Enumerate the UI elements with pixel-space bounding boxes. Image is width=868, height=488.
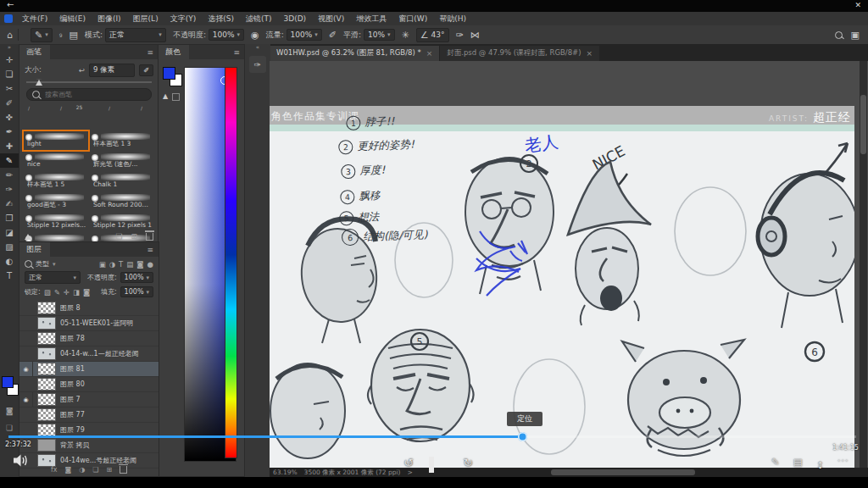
foreground-color-swatch[interactable] — [163, 67, 175, 80]
layer-blend-mode-select[interactable]: 正常 ▾ — [25, 271, 81, 284]
layer-thumbnail[interactable] — [37, 378, 56, 391]
screen-mode-icon[interactable]: ❏ — [0, 424, 19, 432]
eyedropper-tool[interactable]: ✒ — [0, 125, 19, 139]
menu-plugins[interactable]: 增效工具 — [350, 14, 392, 25]
layer-row-selected[interactable]: ◉图层 81 — [19, 362, 159, 377]
menu-filter[interactable]: 滤镜(T) — [240, 14, 278, 25]
lock-all-icon[interactable]: ◙ — [83, 288, 90, 297]
menu-select[interactable]: 选择(S) — [202, 14, 240, 25]
back-icon[interactable]: ← — [7, 0, 14, 9]
brush-angle-field[interactable]: ∠ 43° — [416, 28, 449, 42]
layer-row[interactable]: ◉04-14-w...1—超正经老闻 — [19, 347, 159, 362]
adjustment-layer-icon[interactable]: ◑ — [79, 466, 85, 474]
toggle-brush-panel-icon[interactable]: ▤ — [70, 30, 78, 41]
filter-type-icon[interactable]: T — [119, 260, 123, 269]
brush-item[interactable]: light — [23, 130, 89, 151]
pause-button[interactable] — [429, 457, 434, 473]
brush-settings-panel-icon[interactable]: ✑ — [249, 56, 266, 73]
hue-slider[interactable] — [225, 67, 237, 458]
collapse-icon[interactable]: « — [245, 44, 270, 53]
menu-file[interactable]: 文件(F) — [16, 14, 53, 25]
home-icon[interactable]: ⌂ — [7, 30, 13, 41]
layer-thumbnail[interactable] — [37, 363, 56, 375]
document-tab-inactive[interactable]: 封面.psd @ 47.9% (课程封面, RGB/8#) × — [440, 46, 599, 61]
layer-row[interactable]: ◉05-11-WEEK01-蓝阿明 — [19, 316, 159, 331]
gamut-warning-icon[interactable]: ▲ — [163, 92, 168, 100]
pencil-tool[interactable]: ✏ — [0, 168, 19, 182]
brush-item[interactable]: good画笔 - 3 — [23, 191, 89, 212]
document-tab-active[interactable]: W01HW.psd @ 63.2% (图层 81, RGB/8) * × — [270, 46, 439, 61]
filter-pixel-icon[interactable]: ▣ — [99, 260, 106, 269]
smoothing-gear-icon[interactable]: ✳ — [402, 30, 409, 41]
menu-window[interactable]: 窗口(W) — [392, 14, 433, 25]
progress-scrubber[interactable] — [518, 432, 527, 441]
lock-pixels-icon[interactable]: ✎ — [54, 288, 60, 297]
lock-artboard-icon[interactable]: ◨ — [73, 288, 80, 297]
fill-select[interactable]: 100% ▾ — [120, 286, 153, 297]
brush-tool[interactable]: ✎ — [0, 153, 19, 168]
menu-layer[interactable]: 图层(L) — [127, 14, 164, 25]
gamut-color-chip[interactable] — [172, 93, 180, 101]
crop-tool[interactable]: ✜ — [0, 110, 19, 125]
menu-help[interactable]: 帮助(H) — [433, 14, 472, 25]
tab-close-icon[interactable]: × — [426, 49, 433, 58]
subtitle-icon[interactable]: ▤ — [793, 457, 802, 468]
flow-select[interactable]: 100% ▾ — [287, 29, 322, 41]
quick-mask-icon[interactable]: ◙ — [0, 407, 19, 415]
marquee-tool[interactable]: ❏ — [0, 67, 19, 81]
brush-item[interactable]: 辉光笔 (速色/... — [89, 151, 155, 171]
gradient-tool[interactable]: ▨ — [0, 240, 19, 254]
reset-icon[interactable]: ↩ — [79, 66, 85, 75]
lasso-tool[interactable]: ✂ — [0, 81, 19, 96]
edit-notes-icon[interactable]: ✎ — [771, 457, 779, 468]
search-icon[interactable] — [835, 31, 843, 39]
menu-view[interactable]: 视图(V) — [312, 14, 350, 25]
layer-row[interactable]: ◉图层 7 — [19, 392, 159, 408]
healing-tool[interactable]: ✚ — [0, 139, 19, 153]
folder-icon[interactable]: ❏ — [115, 232, 122, 241]
exit-fullscreen-icon[interactable]: ↕ — [816, 456, 824, 472]
type-tool[interactable]: T — [0, 269, 19, 283]
filter-toggle-icon[interactable]: ● — [147, 260, 153, 269]
quick-selection-tool[interactable]: ✐ — [0, 96, 19, 110]
history-brush-tool[interactable]: ✍ — [0, 197, 19, 211]
artwork-page[interactable]: 2 老人 NICE — [270, 131, 854, 468]
brush-preset[interactable]: / — [23, 105, 39, 127]
volume-icon[interactable] — [14, 454, 29, 470]
brush-size-field[interactable]: 9 像素 — [89, 64, 135, 77]
slider-thumb[interactable] — [25, 234, 31, 240]
opacity-select[interactable]: 100% ▾ — [209, 29, 244, 41]
layer-thumbnail[interactable] — [37, 302, 56, 314]
brush-item[interactable]: Chalk 1 — [89, 171, 155, 191]
brush-preset[interactable] — [120, 105, 136, 127]
tab-close-icon[interactable]: × — [587, 49, 593, 58]
lock-position-icon[interactable]: ✛ — [64, 288, 70, 297]
brush-item[interactable]: 样本画笔 1 3 — [89, 130, 155, 151]
brush-size-slider[interactable] — [26, 81, 152, 83]
brushes-tab[interactable]: 画笔 — [19, 45, 50, 59]
eraser-tool[interactable]: ◪ — [0, 225, 19, 240]
layer-row[interactable]: ◉图层 80 — [19, 377, 159, 392]
more-options-icon[interactable]: ··· — [837, 455, 849, 466]
brush-preview[interactable]: 9 — [59, 30, 63, 39]
new-brush-icon[interactable]: ⊞ — [131, 232, 137, 241]
menu-edit[interactable]: 编辑(E) — [53, 14, 92, 25]
airbrush-icon[interactable]: ✐ — [329, 30, 337, 41]
layer-thumbnail[interactable] — [37, 439, 56, 452]
brush-preset[interactable] — [87, 105, 103, 127]
menu-3d[interactable]: 3D(D) — [277, 14, 312, 23]
layer-thumbnail[interactable] — [37, 408, 56, 421]
workspace-switcher-icon[interactable]: ▣ — [851, 30, 860, 41]
layer-row[interactable]: ◉图层 78 — [19, 331, 159, 347]
forward-30-button[interactable]: ↻ 30 — [463, 456, 473, 469]
layer-row[interactable]: ◉图层 8 — [19, 301, 159, 316]
eye-icon[interactable]: ◉ — [19, 362, 33, 376]
video-progress-bar[interactable] — [8, 435, 856, 438]
brush-preset-selected[interactable]: 25 — [71, 105, 87, 127]
eye-icon[interactable]: ◉ — [19, 392, 33, 407]
brush-tip-toggle[interactable]: ✐ — [139, 64, 153, 76]
brush-preset-picker[interactable]: ✎ ▾ — [31, 28, 53, 42]
filter-adjustment-icon[interactable]: ◑ — [109, 260, 115, 269]
brush-item[interactable]: Stipple 12 pixels 1 — [89, 212, 155, 232]
brush-preset[interactable]: / — [103, 105, 120, 127]
